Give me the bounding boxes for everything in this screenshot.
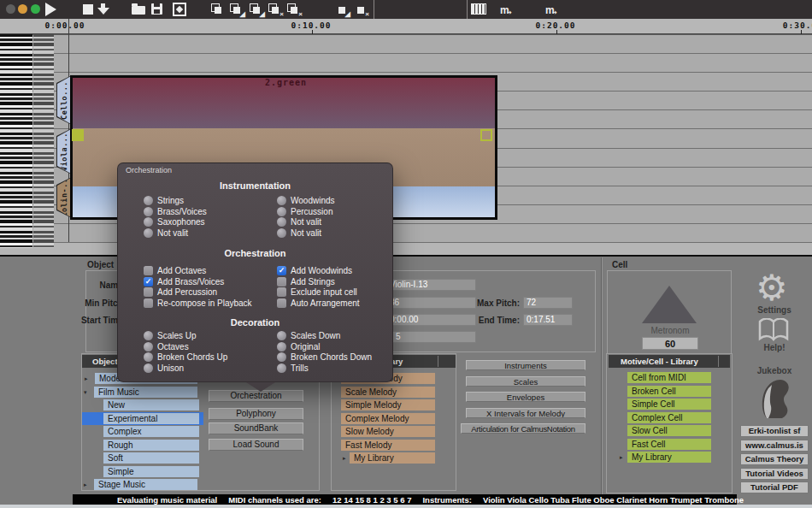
x-intervals-button[interactable]: X Intervals for Melody [466, 408, 585, 418]
tree-item-label[interactable]: Simple [103, 466, 199, 477]
tree-row[interactable]: ▸ Stage Music [83, 479, 319, 490]
duplicate-arrow-icon-2[interactable]: ◢ [250, 3, 262, 15]
paste-delete-icon[interactable]: × [354, 3, 366, 15]
midi-export-icon-2[interactable] [545, 2, 555, 17]
radio-saxophones[interactable] [144, 217, 153, 227]
radio-broken-chords-down[interactable] [277, 352, 286, 362]
melody-item-label[interactable]: Fast Melody [341, 440, 435, 451]
radio-brass-voices[interactable] [144, 207, 153, 216]
melody-item-label[interactable]: Slow Melody [341, 426, 435, 437]
erki-tonlist-button[interactable]: Erki-tonlist sf [740, 425, 809, 437]
cell-item-label[interactable]: My Library [627, 452, 711, 463]
list-item[interactable]: Simple Cell [627, 399, 713, 410]
delete-layer-icon[interactable]: × [268, 3, 280, 15]
block-start-handle[interactable] [72, 129, 84, 141]
tree-row[interactable]: Simple [83, 466, 319, 477]
melody-item-label[interactable]: Scale Melody [341, 387, 435, 398]
save-icon[interactable] [151, 3, 162, 15]
orchestration-button[interactable]: Orchestration [209, 390, 303, 402]
radio-original[interactable] [277, 342, 286, 351]
radio-trills[interactable] [277, 363, 286, 373]
list-item[interactable]: Scale Melody [341, 387, 456, 398]
checkbox-auto-arrangement[interactable] [277, 298, 286, 308]
jukebox-head-icon[interactable] [759, 376, 790, 422]
list-item[interactable]: Cell from MIDI [627, 372, 713, 383]
checkbox-add-woodwinds[interactable] [277, 266, 286, 275]
tree-item-label[interactable]: Film Music [94, 387, 197, 398]
radio-unison[interactable] [144, 363, 153, 373]
radio-percussion[interactable] [277, 207, 286, 216]
tree-row[interactable]: Soft [83, 452, 319, 464]
settings-gear-icon[interactable] [756, 270, 788, 306]
checkbox-add-percussion[interactable] [144, 287, 153, 297]
polyphony-button[interactable]: Polyphony [209, 408, 303, 420]
piano-keyboard-icon[interactable] [471, 3, 486, 15]
copy-layers-icon[interactable] [211, 3, 223, 15]
start-time-field[interactable]: 0:00.00 [386, 314, 476, 326]
soundbank-button[interactable]: SoundBank [209, 422, 303, 434]
duplicate-arrow-icon[interactable]: ◢ [230, 3, 242, 15]
cell-item-label[interactable]: Cell from MIDI [627, 372, 711, 383]
tree-item-label[interactable]: Rough [103, 440, 199, 451]
radio-scales-down[interactable] [277, 331, 286, 340]
max-pitch-field[interactable]: 72 [523, 297, 573, 309]
list-item[interactable]: Complex Cell [627, 412, 713, 423]
scales-button[interactable]: Scales [466, 376, 585, 387]
tree-item-label[interactable]: Experimental [103, 413, 199, 424]
radio-broken-chords-up[interactable] [144, 352, 153, 362]
list-item[interactable]: Slow Cell [627, 425, 713, 436]
diamond-icon[interactable] [173, 3, 186, 16]
help-book-icon[interactable] [757, 318, 790, 345]
envelopes-button[interactable]: Envelopes [466, 392, 585, 402]
radio-scales-up[interactable] [144, 331, 153, 340]
metronome-value-field[interactable]: 60 [642, 337, 698, 350]
checkbox-exclude-input-cell[interactable] [277, 287, 286, 297]
cell-item-label[interactable]: Complex Cell [627, 412, 711, 423]
articulation-button[interactable]: Articulation for CalmusNotation [461, 423, 585, 434]
calmus-website-button[interactable]: www.calmus.is [740, 440, 809, 452]
tree-item-label[interactable]: Complex [103, 426, 199, 437]
melody-item-label[interactable]: Complex Melody [341, 413, 435, 424]
cell-item-label[interactable]: Slow Cell [627, 425, 711, 436]
radio-woodwinds[interactable] [277, 196, 286, 205]
calmus-theory-button[interactable]: Calmus Theory [740, 453, 809, 465]
list-item[interactable]: Fast Melody [341, 440, 456, 451]
window-close-light[interactable] [6, 4, 15, 14]
load-sound-button[interactable]: Load Sound [209, 439, 303, 451]
folder-open-icon[interactable] [132, 6, 145, 15]
tree-item-label[interactable]: New [103, 399, 199, 411]
radio-strings[interactable] [144, 196, 153, 205]
list-item[interactable]: ▸My Library [627, 452, 713, 463]
window-minimize-light[interactable] [18, 4, 27, 14]
list-item[interactable]: ▸My Library [341, 452, 456, 464]
end-time-field[interactable]: 0:17.51 [523, 314, 573, 326]
checkbox-add-brass-voices[interactable] [144, 277, 153, 286]
paste-arrow-icon[interactable]: ◢ [335, 3, 347, 15]
radio-not-valit-2[interactable] [277, 217, 286, 227]
tree-item-label[interactable]: Soft [103, 452, 199, 464]
midi-export-icon[interactable] [500, 2, 509, 17]
instruments-button[interactable]: Instruments [466, 360, 585, 370]
melody-item-label[interactable]: My Library [350, 452, 435, 464]
stop-icon[interactable] [83, 4, 93, 15]
list-item[interactable]: Simple Melody [341, 399, 456, 411]
cell-item-label[interactable]: Broken Cell [627, 386, 711, 397]
list-item[interactable]: Broken Cell [627, 386, 713, 397]
list-item[interactable]: Fast Cell [627, 439, 713, 450]
cell-item-label[interactable]: Simple Cell [627, 399, 711, 410]
checkbox-add-octaves[interactable] [144, 266, 153, 275]
tutorial-videos-button[interactable]: Tutorial Videos [740, 468, 809, 480]
window-zoom-light[interactable] [31, 4, 40, 14]
cell-item-label[interactable]: Fast Cell [627, 439, 711, 450]
block-end-handle[interactable] [480, 129, 492, 141]
radio-not-valit-3[interactable] [277, 228, 286, 238]
clear-layer-icon[interactable]: × [287, 3, 299, 15]
checkbox-add-strings[interactable] [277, 277, 286, 286]
download-icon[interactable] [97, 3, 109, 15]
list-item[interactable]: Complex Melody [341, 413, 456, 424]
radio-octaves[interactable] [144, 342, 153, 351]
radio-not-valit-1[interactable] [144, 228, 153, 238]
play-icon[interactable] [45, 3, 56, 16]
tree-item-label[interactable]: Stage Music [94, 479, 197, 490]
melody-item-label[interactable]: Simple Melody [341, 399, 435, 411]
